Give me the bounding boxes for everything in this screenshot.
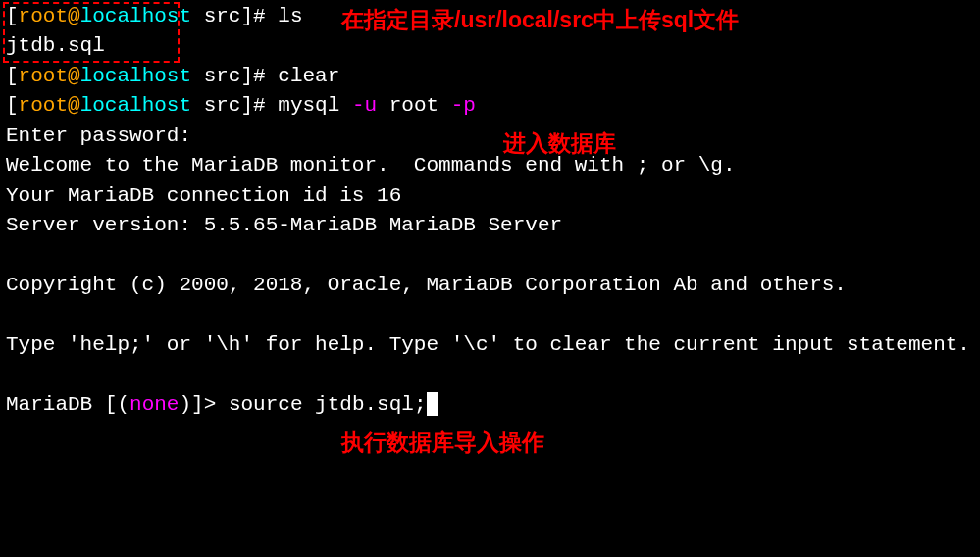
annotation-import: 执行数据库导入操作: [341, 427, 544, 459]
server-version: Server version: 5.5.65-MariaDB MariaDB S…: [6, 214, 562, 236]
file-output: jtdb.sql: [6, 34, 105, 57]
prompt-dir: src: [191, 65, 240, 87]
prompt-host: localhost: [80, 65, 191, 87]
cursor-icon: [427, 392, 438, 416]
welcome-line: Welcome to the MariaDB monitor. Commands…: [6, 154, 736, 177]
cmd-mysql: mysql: [278, 94, 352, 117]
prompt-user: root: [19, 5, 68, 27]
annotation-enter-db: 进入数据库: [503, 127, 616, 160]
prompt-host: localhost: [80, 5, 191, 27]
cmd-clear: clear: [278, 65, 339, 87]
copyright: Copyright (c) 2000, 2018, Oracle, MariaD…: [6, 274, 847, 296]
mariadb-none: none: [129, 393, 179, 416]
mariadb-prompt-post: )]>: [179, 393, 228, 416]
prompt-close: ]#: [240, 5, 278, 27]
prompt-at: @: [68, 65, 80, 87]
prompt-dir: src: [191, 94, 240, 117]
prompt-dir: src: [191, 5, 240, 27]
prompt-bracket: [: [6, 65, 19, 87]
mariadb-prompt-pre: MariaDB [(: [6, 393, 129, 416]
cmd-root: root: [377, 94, 451, 117]
prompt-bracket: [: [6, 94, 19, 117]
prompt-user: root: [19, 65, 68, 87]
terminal-output[interactable]: [root@localhost src]# ls jtdb.sql [root@…: [6, 2, 974, 420]
prompt-bracket: [: [6, 5, 19, 27]
cmd-source: source jtdb.sql;: [229, 393, 427, 416]
prompt-close: ]#: [240, 65, 278, 87]
connection-id: Your MariaDB connection id is 16: [6, 184, 401, 207]
annotation-upload: 在指定目录/usr/local/src中上传sql文件: [341, 4, 739, 36]
prompt-close: ]#: [240, 94, 278, 117]
prompt-at: @: [68, 94, 80, 117]
enter-password: Enter password:: [6, 125, 191, 147]
flag-u: -u: [352, 94, 377, 117]
help-hint: Type 'help;' or '\h' for help. Type '\c'…: [6, 333, 970, 356]
flag-p: -p: [451, 94, 476, 117]
cmd-ls: ls: [278, 5, 302, 27]
prompt-host: localhost: [80, 94, 191, 117]
prompt-user: root: [19, 94, 68, 117]
prompt-at: @: [68, 5, 80, 27]
